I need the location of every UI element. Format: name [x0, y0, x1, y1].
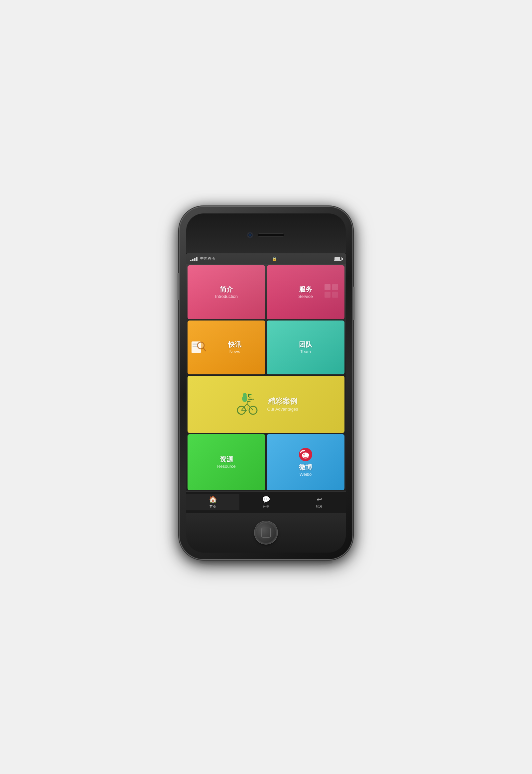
tile-team-en: Team — [300, 349, 311, 354]
signal-bar-2 — [192, 259, 194, 261]
tile-resource-en: Resource — [217, 464, 236, 469]
tile-advantages[interactable]: GO GREEN! 精彩案例 Our Advantages — [188, 376, 344, 433]
tab-share-label: 分享 — [263, 504, 269, 509]
tile-service-en: Service — [298, 294, 313, 299]
tile-resource-cn: 资源 — [220, 455, 233, 463]
signal-bar-4 — [196, 257, 198, 261]
home-tab-icon: 🏠 — [209, 495, 217, 503]
phone-screen: 中国移动 🔒 简介 — [186, 253, 346, 513]
go-green-icon: GO GREEN! — [234, 391, 260, 418]
status-bar: 中国移动 🔒 — [186, 253, 346, 264]
tab-home-label: 首页 — [209, 504, 216, 509]
home-button[interactable] — [255, 521, 277, 544]
tile-news[interactable]: 快讯 News — [188, 321, 265, 374]
status-left: 中国移动 — [190, 256, 215, 261]
status-right — [334, 257, 342, 261]
svg-line-12 — [241, 404, 247, 410]
phone-top — [186, 213, 346, 253]
svg-rect-2 — [332, 284, 338, 290]
status-center: 🔒 — [272, 256, 277, 261]
tile-news-en: News — [229, 349, 240, 354]
svg-line-9 — [203, 348, 205, 351]
tile-team-cn: 团队 — [299, 340, 312, 348]
puzzle-icon — [323, 282, 341, 302]
tab-share[interactable]: 💬 分享 — [239, 494, 293, 510]
svg-line-13 — [247, 404, 253, 410]
svg-rect-3 — [332, 292, 338, 298]
phone-bottom — [186, 513, 346, 553]
carrier-name: 中国移动 — [200, 256, 215, 261]
tile-team[interactable]: 团队 Team — [267, 321, 344, 374]
tab-retweet-label: 转发 — [316, 504, 323, 509]
tile-news-cn: 快讯 — [228, 340, 241, 348]
tile-introduction-cn: 简介 — [220, 285, 233, 293]
battery-indicator — [334, 257, 342, 261]
tile-weibo[interactable]: 微博 Weibo — [267, 434, 344, 490]
retweet-tab-icon: ↩ — [317, 495, 322, 503]
app-grid: 简介 Introduction — [186, 264, 346, 491]
svg-point-19 — [243, 393, 247, 397]
tile-weibo-en: Weibo — [300, 472, 312, 477]
share-tab-icon: 💬 — [262, 495, 270, 503]
tile-service[interactable]: 服务 Service — [267, 265, 344, 319]
tab-bar: 🏠 首页 💬 分享 ↩ 转发 — [186, 491, 346, 513]
svg-point-27 — [304, 454, 305, 455]
signal-bars — [190, 256, 198, 261]
tile-introduction[interactable]: 简介 Introduction — [188, 265, 265, 319]
svg-rect-0 — [325, 284, 331, 290]
svg-marker-21 — [249, 394, 252, 396]
tile-introduction-en: Introduction — [215, 294, 238, 299]
tile-advantages-cn: 精彩案例 — [268, 397, 297, 406]
signal-bar-1 — [190, 260, 192, 261]
tab-retweet[interactable]: ↩ 转发 — [293, 494, 346, 510]
home-button-icon — [261, 528, 271, 538]
phone-wrapper: 中国移动 🔒 简介 — [173, 201, 359, 573]
signal-bar-3 — [194, 258, 196, 261]
front-camera — [248, 233, 252, 237]
earpiece-speaker — [258, 233, 284, 237]
svg-rect-1 — [325, 292, 331, 298]
tile-weibo-cn: 微博 — [299, 463, 312, 471]
svg-text:GREEN!: GREEN! — [248, 398, 254, 400]
lock-icon: 🔒 — [272, 256, 277, 261]
weibo-logo — [298, 447, 313, 462]
screen-container: 中国移动 🔒 简介 — [186, 253, 346, 513]
magnifier-icon — [190, 338, 207, 357]
tile-advantages-en: Our Advantages — [267, 407, 298, 412]
phone-shell: 中国移动 🔒 简介 — [180, 207, 352, 559]
tab-home[interactable]: 🏠 首页 — [186, 494, 239, 510]
tile-service-cn: 服务 — [299, 285, 312, 293]
tile-resource[interactable]: 资源 Resource — [188, 434, 265, 490]
battery-fill — [334, 257, 340, 260]
